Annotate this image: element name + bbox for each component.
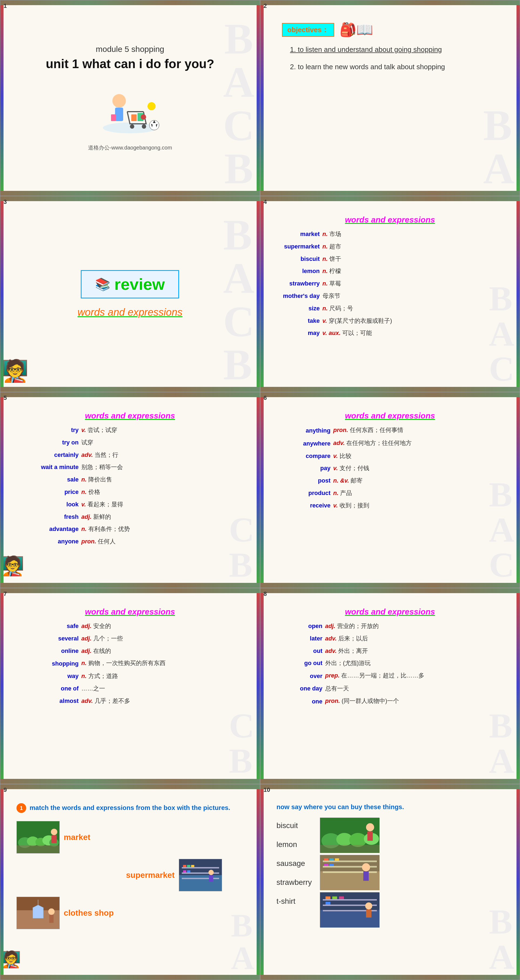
slide-grid: 1 BACB module 5 shopping unit 1 what can… (0, 0, 520, 980)
svg-rect-54 (324, 858, 328, 861)
svg-rect-55 (330, 858, 334, 861)
word-mothers-day-key: mother's day (277, 290, 320, 302)
right-strip-2 (517, 5, 520, 191)
word-go-out-key: go out (285, 657, 323, 669)
word-post-key: post (287, 475, 331, 486)
match-label-market: market (64, 833, 90, 842)
slide-6-content: words and expressions anything pron. 任何东… (268, 398, 512, 582)
svg-rect-28 (182, 878, 219, 879)
slide-7: 7 CB words and expressions safe adj. 安全的… (0, 588, 260, 784)
item-strawberry: strawberry (277, 873, 312, 892)
slide-number-2: 2 (264, 2, 267, 10)
icons-decoration: 🎒📖 (339, 22, 373, 38)
slide-6-word-table: anything pron. 任何东西；任何事情 anywhere adv. 在… (287, 425, 504, 511)
word-over-def: prep. 在……另一端；超过，比……多 (325, 670, 504, 681)
objectives-box: objectives： (282, 23, 334, 37)
slide-number-6: 6 (264, 395, 267, 401)
top-strip-8 (260, 588, 520, 593)
word-supermarket-key: supermarket (277, 241, 320, 252)
top-strip-10 (260, 784, 520, 789)
word-product-key: product (287, 487, 331, 499)
svg-point-11 (141, 115, 146, 120)
slide-10-content: now say where you can buy these things. … (268, 790, 512, 974)
word-product-def: n. 产品 (333, 487, 504, 499)
slide-4-content: words and expressions market n. 市场 super… (268, 202, 512, 386)
svg-line-5 (127, 111, 130, 124)
slide-number-7: 7 (3, 590, 7, 597)
bottom-strip-4 (260, 387, 520, 392)
word-try: try v. 尝试；试穿 (30, 425, 244, 436)
word-later-key: later (285, 633, 323, 644)
market-image-1 (16, 821, 60, 853)
clothes-image (16, 897, 60, 929)
review-box: 📚 review (81, 270, 179, 299)
shopping-illustration (89, 79, 170, 139)
word-anyone-key: anyone (30, 536, 79, 547)
svg-rect-32 (183, 870, 186, 872)
left-strip-5 (0, 397, 3, 583)
svg-rect-31 (191, 865, 194, 867)
word-later-def: adv. 后来；以后 (325, 633, 504, 644)
svg-rect-30 (187, 865, 190, 867)
word-try-on-def: 试穿 (81, 437, 244, 448)
slide-10-instruction: now say where you can buy these things. (277, 803, 504, 811)
left-strip-10 (260, 789, 264, 975)
word-out-def: adv. 外出；离开 (325, 645, 504, 657)
slide-9-badge: 1 (16, 803, 26, 813)
word-several-def: adj. 几个；一些 (81, 633, 244, 644)
word-fresh-key: fresh (30, 511, 79, 523)
word-out: out adv. 外出；离开 (285, 645, 504, 657)
svg-rect-63 (323, 899, 377, 900)
bg-letters-1: BACB (223, 17, 254, 190)
word-online: online adj. 在线的 (33, 645, 244, 657)
bottom-strip-7 (0, 779, 260, 784)
svg-rect-50 (320, 871, 379, 890)
words-expressions-subtitle: words and expressions (78, 307, 182, 318)
right-strip-6 (517, 397, 520, 583)
book-icon: 📚 (95, 277, 110, 291)
word-online-def: adj. 在线的 (81, 645, 244, 657)
word-online-key: online (33, 645, 79, 657)
word-biscuit-def: n. 饼干 (323, 253, 504, 265)
svg-rect-23 (51, 835, 57, 843)
slide-10-image-1 (320, 818, 379, 853)
word-lemon: lemon n. 柠檬 (277, 266, 504, 277)
svg-rect-29 (183, 865, 186, 867)
item-sausage: sausage (277, 854, 312, 873)
slide-10-images (320, 818, 379, 927)
word-biscuit: biscuit n. 饼干 (277, 253, 504, 265)
left-strip-3 (0, 201, 3, 387)
word-advantage: advantage n. 有利条件；优势 (30, 523, 244, 535)
word-safe: safe adj. 安全的 (33, 620, 244, 632)
word-anything: anything pron. 任何东西；任何事情 (287, 425, 504, 436)
svg-rect-58 (330, 864, 334, 866)
slide-1-content: module 5 shopping unit 1 what can i do f… (46, 6, 214, 190)
svg-rect-56 (335, 858, 339, 861)
svg-point-13 (147, 102, 155, 110)
word-anything-key: anything (287, 425, 331, 436)
svg-rect-25 (179, 875, 222, 891)
word-mothers-day: mother's day 母亲节 (277, 290, 504, 302)
word-anyone-def: pron. 任何人 (81, 536, 244, 547)
top-strip-4 (260, 196, 520, 201)
right-strip-7 (257, 593, 260, 779)
word-shopping-def: n. 购物，一次性购买的所有东西 (81, 657, 244, 669)
word-market: market n. 市场 (277, 228, 504, 240)
word-price: price n. 价格 (30, 486, 244, 498)
top-strip-2 (260, 0, 520, 5)
top-strip-9 (0, 784, 260, 789)
svg-rect-21 (17, 845, 59, 853)
word-one-key: one (285, 695, 323, 707)
word-go-out-def: 外出；(尤指)游玩 (325, 657, 504, 669)
word-safe-key: safe (33, 620, 79, 632)
word-try-on: try on 试穿 (30, 437, 244, 448)
word-lemon-def: n. 柠檬 (323, 266, 504, 277)
word-pay-key: pay (287, 463, 331, 474)
left-figure-9: 🧑‍🏫 (1, 950, 21, 969)
word-strawberry: strawberry n. 草莓 (277, 278, 504, 289)
obj-item-2: 2. to learn the new words and talk about… (290, 62, 512, 72)
slide-7-word-table: safe adj. 安全的 several adj. 几个；一些 online … (33, 620, 244, 707)
word-certainly-key: certainly (30, 449, 79, 461)
svg-rect-26 (182, 867, 219, 869)
word-open-def: adj. 营业的；开放的 (325, 620, 504, 632)
